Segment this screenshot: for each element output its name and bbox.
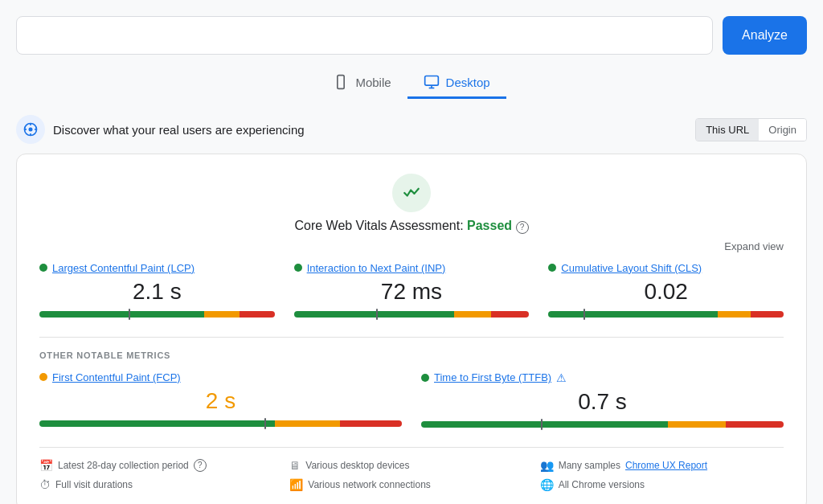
metric-ttfb: Time to First Byte (TTFB) ⚠ 0.7 s <box>421 371 784 428</box>
cwv-info-icon[interactable]: ? <box>516 221 529 234</box>
expand-view-link[interactable]: Expand view <box>724 240 784 252</box>
cls-status-dot <box>548 264 556 272</box>
cls-value: 0.02 <box>548 279 784 305</box>
svg-rect-2 <box>424 76 438 86</box>
metric-lcp: Largest Contentful Paint (LCP) 2.1 s <box>39 262 275 318</box>
url-origin-toggle: This URL Origin <box>695 118 807 141</box>
ttfb-warning-icon[interactable]: ⚠ <box>556 371 567 384</box>
ttfb-label[interactable]: Time to First Byte (TTFB) <box>434 371 551 383</box>
fcp-value: 2 s <box>39 388 402 414</box>
chrome-ux-report-link[interactable]: Chrome UX Report <box>625 460 707 471</box>
footer-collection-text: Latest 28-day collection period <box>58 460 189 471</box>
metric-cls: Cumulative Layout Shift (CLS) 0.02 <box>548 262 784 318</box>
chrome-icon: 🌐 <box>540 478 554 491</box>
origin-toggle[interactable]: Origin <box>759 119 806 141</box>
footer-info: 📅 Latest 28-day collection period ? 🖥 Va… <box>39 447 784 491</box>
calendar-icon: 📅 <box>39 459 53 472</box>
tab-mobile-label: Mobile <box>355 76 391 89</box>
inp-bar <box>294 311 530 318</box>
fcp-label[interactable]: First Contentful Paint (FCP) <box>52 371 181 383</box>
cwv-title: Core Web Vitals Assessment: Passed ? <box>294 219 528 234</box>
svg-rect-0 <box>338 76 344 89</box>
footer-many-samples: 👥 Many samples Chrome UX Report <box>540 459 784 472</box>
lcp-bar <box>39 311 275 318</box>
desktop-icon <box>424 74 440 90</box>
lcp-label[interactable]: Largest Contentful Paint (LCP) <box>52 262 194 274</box>
ttfb-bar <box>421 421 784 428</box>
lcp-status-dot <box>39 264 47 272</box>
desktop-footer-icon: 🖥 <box>289 459 301 472</box>
analyze-button[interactable]: Analyze <box>723 16 807 55</box>
tab-mobile[interactable]: Mobile <box>317 68 407 99</box>
core-metrics-grid: Largest Contentful Paint (LCP) 2.1 s Int… <box>39 262 784 318</box>
footer-samples-text: Many samples <box>559 460 620 471</box>
cls-bar <box>548 311 784 318</box>
cwv-icon <box>392 174 431 212</box>
fcp-status-dot <box>39 373 47 381</box>
metrics-divider <box>39 337 784 338</box>
footer-desktop-text: Various desktop devices <box>305 460 409 471</box>
discover-icon <box>16 115 45 144</box>
footer-full-visit: ⏱ Full visit durations <box>39 478 283 491</box>
clock-icon: ⏱ <box>39 478 51 491</box>
wifi-icon: 📶 <box>289 478 303 491</box>
ttfb-value: 0.7 s <box>421 389 784 415</box>
ttfb-status-dot <box>421 374 429 382</box>
footer-desktop-devices: 🖥 Various desktop devices <box>289 459 533 472</box>
this-url-toggle[interactable]: This URL <box>696 119 759 141</box>
footer-chrome-text: All Chrome versions <box>559 479 645 490</box>
footer-visit-text: Full visit durations <box>55 479 133 490</box>
metric-inp: Interaction to Next Paint (INP) 72 ms <box>294 262 530 318</box>
other-metrics-grid: First Contentful Paint (FCP) 2 s Time to… <box>39 371 784 428</box>
metric-fcp: First Contentful Paint (FCP) 2 s <box>39 371 402 428</box>
lcp-value: 2.1 s <box>39 279 275 305</box>
svg-point-6 <box>29 128 33 132</box>
people-icon: 👥 <box>540 459 554 472</box>
inp-value: 72 ms <box>294 279 530 305</box>
inp-label[interactable]: Interaction to Next Paint (INP) <box>307 262 446 274</box>
fcp-bar <box>39 420 402 427</box>
tab-desktop-label: Desktop <box>446 76 490 89</box>
other-metrics-label: OTHER NOTABLE METRICS <box>39 350 784 360</box>
mobile-icon <box>333 74 349 90</box>
main-card: Core Web Vitals Assessment: Passed ? Exp… <box>16 154 807 504</box>
footer-collection-period: 📅 Latest 28-day collection period ? <box>39 459 283 472</box>
footer-chrome-versions: 🌐 All Chrome versions <box>540 478 784 491</box>
collection-info-icon[interactable]: ? <box>194 459 207 472</box>
footer-network: 📶 Various network connections <box>289 478 533 491</box>
inp-status-dot <box>294 264 302 272</box>
cls-label[interactable]: Cumulative Layout Shift (CLS) <box>561 262 702 274</box>
url-input[interactable]: https://www.perkbox.com/ <box>16 16 713 55</box>
tab-desktop[interactable]: Desktop <box>407 68 506 99</box>
discover-text: Discover what your real users are experi… <box>53 123 305 137</box>
footer-network-text: Various network connections <box>308 479 431 490</box>
